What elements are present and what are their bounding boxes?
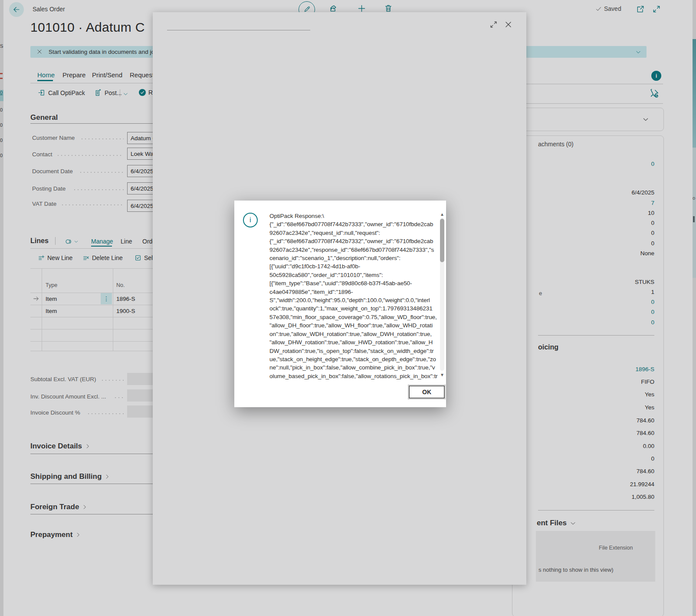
lines-tab-manage[interactable]: Manage xyxy=(91,238,113,245)
lines-tab-line[interactable]: Line xyxy=(121,238,132,245)
dismiss-icon xyxy=(36,49,43,55)
factbox-value: 1,005.80 xyxy=(521,494,654,500)
section-shipping-billing[interactable]: Shipping and Billing xyxy=(30,472,110,481)
factbox-label-fragment: e xyxy=(539,290,542,296)
panel-expand-button[interactable] xyxy=(489,20,498,29)
factbox-value: Yes xyxy=(521,404,654,411)
dialog-text-line: S","width":200.0,"height":95.0,"depth":1… xyxy=(269,296,440,304)
pin-off-icon xyxy=(650,89,659,99)
lines-view-switcher-button[interactable] xyxy=(65,238,79,245)
select-more-icon xyxy=(135,254,141,261)
section-prepayment[interactable]: Prepayment xyxy=(30,530,81,539)
factbox-value: 0 xyxy=(521,240,654,247)
column-header-no[interactable]: No. xyxy=(116,282,125,288)
factbox-value[interactable]: 0 xyxy=(521,161,654,167)
factbox-value[interactable]: 0 xyxy=(521,319,654,326)
factbox-collapsed-card[interactable] xyxy=(512,108,664,131)
factbox-info-button[interactable]: i xyxy=(651,71,661,81)
factbox-attachments-tab[interactable]: achments (0) xyxy=(538,141,574,148)
factbox-value[interactable]: 0 xyxy=(521,309,654,315)
files-column-header[interactable]: File Extension xyxy=(599,545,633,551)
check-icon xyxy=(595,6,602,12)
factbox-value: 784.60 xyxy=(521,417,654,424)
dialog-text-line: ne":null,"pick_in_box":false,"allow_comb… xyxy=(269,363,440,372)
dialog-text-line: {"_id":"68ef667bd07708f7442b7333","owner… xyxy=(269,220,440,228)
factbox-unpin-button[interactable] xyxy=(650,89,659,99)
table-border xyxy=(30,351,156,351)
dotted-leader xyxy=(73,189,124,190)
dotted-leader xyxy=(61,204,124,205)
panel-close-button[interactable] xyxy=(504,20,512,29)
post-document-icon xyxy=(94,89,102,96)
dialog-text-line: 57e308,"min_floor_space_coverage":0.75,"… xyxy=(269,313,440,321)
section-foreign-trade[interactable]: Foreign Trade xyxy=(30,503,88,511)
right-sliver-illustration xyxy=(693,39,696,148)
post-dropdown-button[interactable] xyxy=(123,91,128,97)
factbox-item-no-link[interactable]: 1896-S xyxy=(521,366,654,372)
dialog-text-line: [{"uuid":"d9c1f0cb-1742-4d1b-af0b- xyxy=(269,262,440,270)
dialog-text-line: 50c5928ca580","order_id":"101010","items… xyxy=(269,271,440,279)
dialog-text-line: [{"item_type":"Base","uuid":"89d80c68-b3… xyxy=(269,279,440,287)
background-window-right-sliver: o xyxy=(693,0,696,616)
active-tab-underline xyxy=(37,80,53,81)
field-label-customer-name: Customer Name xyxy=(32,135,75,141)
page-title: 101010 · Adatum C xyxy=(30,20,145,35)
add-button[interactable] xyxy=(357,4,366,13)
tab-prepare[interactable]: Prepare xyxy=(62,71,85,79)
lines-section-heading[interactable]: Lines xyxy=(30,237,49,245)
factbox-files-heading[interactable]: ent Files xyxy=(537,519,576,527)
new-line-icon xyxy=(38,254,45,261)
new-line-button[interactable]: New Line xyxy=(38,254,72,261)
dialog-text-line: olume_based_pick_in_box":false,"allow_ro… xyxy=(269,372,440,380)
dotted-leader xyxy=(87,413,124,414)
row-options-button[interactable]: ⋮ xyxy=(101,293,112,304)
tab-print-send[interactable]: Print/Send xyxy=(92,71,122,79)
factbox-value: 0 xyxy=(521,455,654,462)
factbox-value: None xyxy=(521,250,654,257)
banner-expand-button[interactable] xyxy=(635,49,641,55)
chevron-right-icon xyxy=(104,474,110,480)
table-row-no-cell[interactable]: 1900-S xyxy=(116,308,135,314)
share-icon xyxy=(329,4,338,13)
delete-line-icon xyxy=(82,254,89,261)
delete-button[interactable] xyxy=(384,4,393,13)
open-in-new-window-button[interactable] xyxy=(636,5,645,13)
banner-dismiss-button[interactable] xyxy=(36,49,43,55)
factbox-value: 21.99244 xyxy=(521,481,654,488)
general-section-heading[interactable]: General xyxy=(30,113,58,122)
delete-line-button[interactable]: Delete Line xyxy=(82,254,123,261)
dialog-text-line: {"_id":"68ef667ad07708f7442b7332","owner… xyxy=(269,237,440,245)
resize-window-button[interactable] xyxy=(652,5,661,13)
scroll-up-button[interactable]: ▲ xyxy=(440,212,445,217)
table-border xyxy=(30,341,156,342)
back-arrow-icon xyxy=(13,6,20,13)
ok-button[interactable]: OK xyxy=(409,385,445,399)
factbox-value[interactable]: 0 xyxy=(521,299,654,305)
chevron-down-icon xyxy=(642,116,649,123)
tab-home[interactable]: Home xyxy=(37,71,55,79)
section-invoice-details[interactable]: Invoice Details xyxy=(30,442,91,451)
right-sliver-scroll-thumb[interactable] xyxy=(693,216,695,222)
column-header-type[interactable]: Type xyxy=(46,282,57,288)
factbox-value: STUKS xyxy=(521,279,654,285)
share-button[interactable] xyxy=(329,4,338,13)
post-button[interactable]: Post... xyxy=(94,89,122,96)
table-row-no-cell[interactable]: 1896-S xyxy=(116,296,135,302)
message-dialog: i OptiPack Response:\ {"_id":"68ef667bd0… xyxy=(234,201,446,407)
call-optipack-button[interactable]: Call OptiPack xyxy=(38,89,85,96)
chevron-right-icon xyxy=(82,504,88,510)
saved-label: Saved xyxy=(604,5,621,12)
invoice-discount-pct-label: Invoice Discount % xyxy=(30,409,80,416)
table-border xyxy=(30,293,156,293)
factbox-value: Yes xyxy=(521,391,654,398)
lines-toolbar-divider xyxy=(30,248,156,249)
back-button[interactable] xyxy=(9,2,24,17)
factbox-value[interactable]: 7 xyxy=(521,200,654,206)
dialog-text-line: DW_rotation":true,"is_open_top":false,"s… xyxy=(269,347,440,355)
row-arrow-icon xyxy=(33,296,39,302)
table-row-type-cell[interactable]: Item xyxy=(46,296,57,302)
scroll-down-button[interactable]: ▼ xyxy=(440,372,445,378)
table-row-type-cell[interactable]: Item xyxy=(46,308,57,314)
scrollbar-thumb[interactable] xyxy=(440,219,444,262)
factbox-divider xyxy=(526,84,663,84)
